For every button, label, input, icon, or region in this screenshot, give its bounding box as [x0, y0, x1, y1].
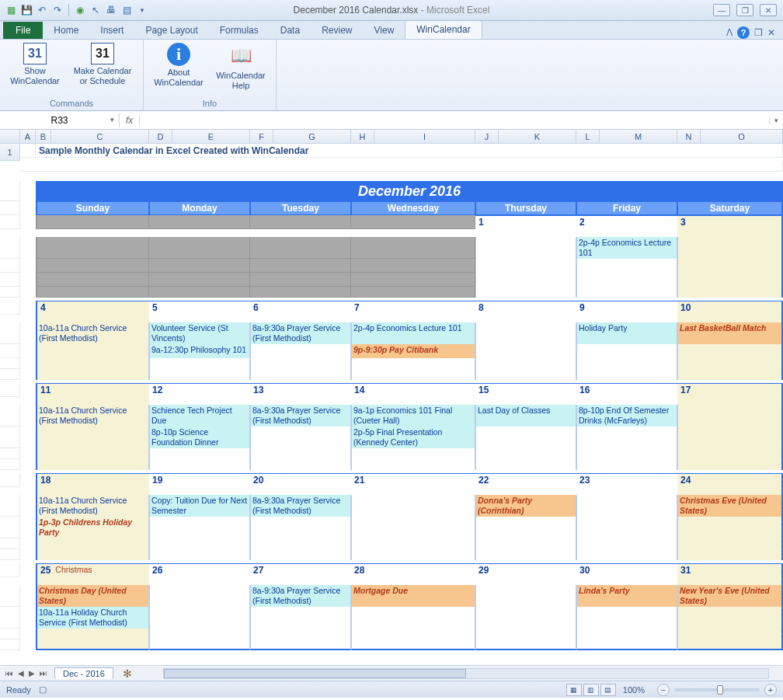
new-sheet-button[interactable]: ✻: [115, 667, 140, 681]
day-number: 26: [149, 563, 250, 585]
col-header[interactable]: F: [250, 130, 273, 144]
row-header[interactable]: 1: [0, 144, 20, 161]
ribbon-group-info: i AboutWinCalendar 📖 WinCalendarHelp Inf…: [144, 40, 277, 110]
event: 8a-9:30a Prayer Service (First Methodist…: [250, 405, 351, 427]
col-header[interactable]: A: [20, 130, 36, 144]
event: 8a-9:30a Prayer Service (First Methodist…: [250, 322, 351, 344]
day-number: 7: [351, 301, 475, 322]
day-number: 18: [36, 473, 149, 495]
tab-view[interactable]: View: [364, 22, 405, 39]
page-layout-view-button[interactable]: ▥: [583, 684, 599, 696]
fx-icon[interactable]: fx: [120, 115, 140, 126]
tab-file[interactable]: File: [3, 22, 43, 39]
col-header[interactable]: I: [374, 130, 475, 144]
day-number: 31: [677, 563, 783, 585]
preview-icon[interactable]: ▤: [120, 4, 133, 16]
save-icon[interactable]: 💾: [20, 4, 33, 16]
event: Donna's Party (Corinthian): [475, 495, 576, 517]
tab-page-layout[interactable]: Page Layout: [134, 22, 208, 39]
day-header: Wednesday: [351, 201, 475, 215]
ribbon: 31 ShowWinCalendar 31 Make Calendaror Sc…: [0, 40, 783, 111]
day-header: Saturday: [677, 201, 783, 215]
day-header: Thursday: [475, 201, 576, 215]
sheet-tab-bar: ⏮◀▶⏭ Dec - 2016 ✻: [0, 665, 783, 681]
col-header[interactable]: D: [149, 130, 172, 144]
day-number: 4: [36, 301, 149, 322]
close-button[interactable]: ✕: [760, 4, 777, 16]
event: Holiday Party: [576, 322, 677, 344]
make-calendar-button[interactable]: 31 Make Calendaror Schedule: [70, 43, 135, 86]
help-icon[interactable]: ?: [737, 26, 750, 39]
col-header[interactable]: H: [351, 130, 374, 144]
tab-formulas[interactable]: Formulas: [209, 22, 270, 39]
tab-review[interactable]: Review: [311, 22, 363, 39]
quick-access-toolbar: ▦ 💾 ↶ ↷ ◉ ↖ 🖶 ▤ ▼: [0, 4, 153, 16]
normal-view-button[interactable]: ▦: [566, 684, 582, 696]
day-number: 6: [250, 301, 351, 322]
formula-expand-icon[interactable]: ▾: [769, 117, 783, 124]
worksheet[interactable]: A B C D E F G H I J K L M N O 1 Sample M…: [0, 130, 783, 665]
name-box[interactable]: R33: [0, 113, 120, 127]
col-header[interactable]: B: [36, 130, 51, 144]
day-number: 12: [149, 383, 250, 405]
day-number: 27: [250, 563, 351, 585]
redo-icon[interactable]: ↷: [51, 4, 64, 16]
event: 10a-11a Church Service (First Methodist): [36, 405, 149, 427]
event: Volunteer Service (St Vincents): [149, 322, 250, 344]
page-break-view-button[interactable]: ▤: [600, 684, 616, 696]
undo-icon[interactable]: ↶: [36, 4, 48, 16]
wincalendar-help-button[interactable]: 📖 WinCalendarHelp: [214, 43, 268, 91]
event: 9p-9:30p Pay Citibank: [351, 344, 475, 358]
day-number: 21: [351, 473, 475, 495]
select-all-cell[interactable]: [0, 130, 20, 144]
calendar-title: December 2016: [36, 181, 783, 201]
event: Schience Tech Project Due: [149, 405, 250, 427]
minimize-ribbon-icon[interactable]: ᐱ: [726, 27, 733, 38]
event: Linda's Party: [576, 585, 677, 607]
about-wincalendar-button[interactable]: i AboutWinCalendar: [151, 43, 206, 88]
col-header[interactable]: O: [701, 130, 783, 144]
col-header[interactable]: L: [576, 130, 600, 144]
qat-more-icon[interactable]: ▼: [136, 4, 148, 16]
day-number: 10: [677, 301, 783, 322]
event: 1p-3p Childrens Holiday Party: [36, 517, 149, 538]
tab-nav[interactable]: ⏮◀▶⏭: [0, 669, 53, 677]
day-header: Tuesday: [250, 201, 351, 215]
zoom-in-button[interactable]: +: [764, 684, 777, 696]
event: New Year's Eve (United States): [677, 585, 783, 607]
group-label: Info: [144, 97, 276, 110]
calendar-icon: 31: [23, 43, 47, 64]
zoom-out-button[interactable]: −: [657, 684, 670, 696]
col-header[interactable]: E: [172, 130, 250, 144]
day-number: 25Christmas: [36, 563, 149, 585]
refresh-icon[interactable]: ◉: [74, 4, 86, 16]
tab-data[interactable]: Data: [270, 22, 311, 39]
print-icon[interactable]: 🖶: [105, 4, 117, 16]
zoom-slider[interactable]: [674, 688, 760, 691]
sheet-tab[interactable]: Dec - 2016: [54, 667, 113, 679]
col-header[interactable]: G: [273, 130, 351, 144]
col-header[interactable]: M: [600, 130, 677, 144]
horizontal-scrollbar[interactable]: [163, 668, 769, 679]
macro-record-icon[interactable]: ▢: [39, 684, 47, 695]
event: 8a-9:30a Prayer Service (First Methodist…: [250, 585, 351, 607]
restore-button[interactable]: ❐: [736, 4, 753, 16]
window-restore-icon[interactable]: ❐: [754, 27, 763, 38]
zoom-level: 100%: [623, 685, 645, 695]
col-header[interactable]: J: [475, 130, 499, 144]
cursor-icon[interactable]: ↖: [89, 4, 102, 16]
tab-insert[interactable]: Insert: [89, 22, 134, 39]
col-header[interactable]: N: [677, 130, 701, 144]
ribbon-group-commands: 31 ShowWinCalendar 31 Make Calendaror Sc…: [0, 40, 144, 110]
minimize-button[interactable]: —: [713, 4, 730, 16]
show-wincalendar-button[interactable]: 31 ShowWinCalendar: [8, 43, 62, 86]
event: 2p-5p Final Presentation (Kennedy Center…: [351, 427, 475, 448]
title-bar: ▦ 💾 ↶ ↷ ◉ ↖ 🖶 ▤ ▼ December 2016 Calendar…: [0, 0, 783, 21]
info-icon: i: [167, 43, 190, 66]
window-close-icon[interactable]: ✕: [767, 27, 775, 38]
col-header[interactable]: C: [51, 130, 149, 144]
tab-home[interactable]: Home: [43, 22, 89, 39]
day-header: Sunday: [36, 201, 149, 215]
tab-wincalendar[interactable]: WinCalendar: [405, 20, 482, 39]
col-header[interactable]: K: [499, 130, 576, 144]
